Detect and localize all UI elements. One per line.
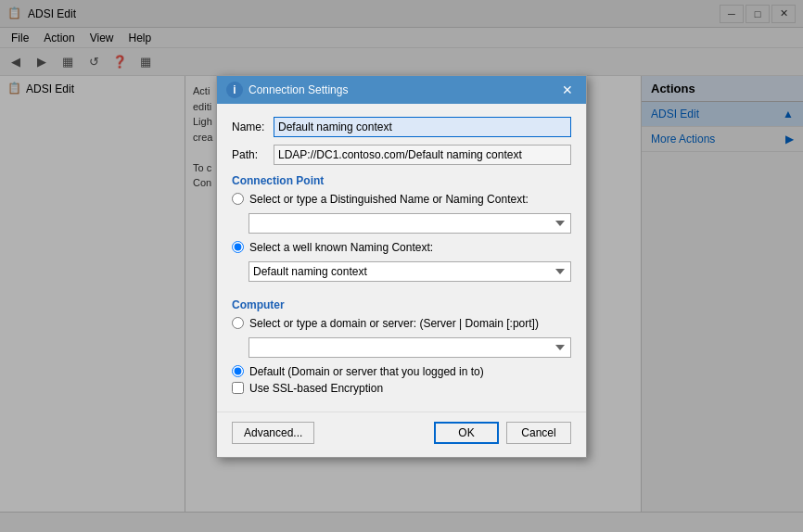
ssl-checkbox-row: Use SSL-based Encryption xyxy=(232,382,571,395)
computer-dropdown[interactable] xyxy=(249,337,571,358)
radio-domain-server[interactable] xyxy=(232,317,244,329)
name-row: Name: xyxy=(232,117,571,137)
dialog-close-button[interactable]: ✕ xyxy=(558,82,577,98)
dialog-buttons: Advanced... OK Cancel xyxy=(217,412,586,457)
connection-settings-dialog: i Connection Settings ✕ Name: Path: Conn… xyxy=(216,75,587,458)
path-row: Path: xyxy=(232,145,571,165)
radio-default-computer[interactable] xyxy=(232,365,244,377)
dialog-title-bar: i Connection Settings ✕ xyxy=(217,76,586,104)
cancel-button[interactable]: Cancel xyxy=(506,422,571,444)
computer-section: Computer xyxy=(232,298,571,311)
radio-row-2: Select a well known Naming Context: xyxy=(232,241,571,254)
computer-radio-row-2: Default (Domain or server that you logge… xyxy=(232,365,571,378)
dialog-info-icon: i xyxy=(226,82,243,98)
modal-overlay: i Connection Settings ✕ Name: Path: Conn… xyxy=(0,0,803,532)
ssl-label: Use SSL-based Encryption xyxy=(249,382,383,395)
dialog-body: Name: Path: Connection Point Select or t… xyxy=(217,104,586,412)
radio-distinguished-name-label: Select or type a Distinguished Name or N… xyxy=(249,193,529,206)
path-input xyxy=(274,145,571,165)
radio-default-computer-label: Default (Domain or server that you logge… xyxy=(249,365,484,378)
advanced-button[interactable]: Advanced... xyxy=(232,422,314,444)
ok-button[interactable]: OK xyxy=(434,422,499,444)
connection-point-section: Connection Point xyxy=(232,174,571,187)
computer-radio-row-1: Select or type a domain or server: (Serv… xyxy=(232,317,571,330)
radio-row-1: Select or type a Distinguished Name or N… xyxy=(232,193,571,206)
dialog-title-left: i Connection Settings xyxy=(226,82,348,98)
name-input[interactable] xyxy=(274,117,571,137)
distinguished-name-dropdown[interactable] xyxy=(249,213,571,234)
radio-well-known-context[interactable] xyxy=(232,241,244,253)
name-label: Name: xyxy=(232,120,274,133)
radio-distinguished-name[interactable] xyxy=(232,193,244,205)
dialog-title: Connection Settings xyxy=(249,83,348,96)
radio-well-known-context-label: Select a well known Naming Context: xyxy=(249,241,433,254)
naming-context-dropdown[interactable]: Default naming context Configuration Sch… xyxy=(249,261,571,282)
ssl-checkbox[interactable] xyxy=(232,382,244,394)
path-label: Path: xyxy=(232,148,274,161)
radio-domain-server-label: Select or type a domain or server: (Serv… xyxy=(249,317,539,330)
